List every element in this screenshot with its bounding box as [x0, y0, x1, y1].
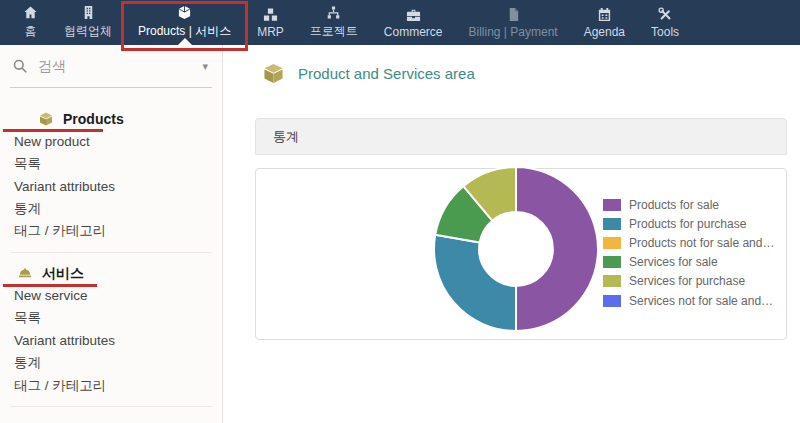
- stats-panel-title: 통계: [273, 128, 299, 146]
- donut-chart[interactable]: [431, 164, 601, 334]
- donut-slice[interactable]: [434, 235, 516, 331]
- sidebar-item-product-stats[interactable]: 통계: [0, 198, 222, 221]
- nav-item-thirdparties[interactable]: 협력업체: [51, 0, 125, 45]
- sidebar-section-title: 서비스: [42, 265, 84, 283]
- sidebar-section-services: 서비스: [0, 263, 222, 285]
- stats-chart-panel: Products for saleProducts for purchasePr…: [255, 168, 787, 340]
- legend-item[interactable]: Products for purchase: [603, 214, 774, 233]
- nav-item-label: Agenda: [584, 25, 625, 39]
- sitemap-icon: [326, 5, 341, 20]
- sidebar-item-new-product[interactable]: New product: [0, 130, 222, 153]
- sidebar-item-variant-attrs[interactable]: Variant attributes: [0, 175, 222, 198]
- nav-item-label: 프로젝트: [310, 23, 358, 40]
- products-cube-icon: [38, 111, 54, 127]
- top-navbar: 홈 협력업체 Products | 서비스 MRP 프로젝트 Commerce …: [0, 0, 800, 45]
- nav-item-label: Billing | Payment: [469, 25, 558, 39]
- home-icon: [23, 5, 38, 20]
- left-sidebar: ▾ Products New product 목록 Variant attrib…: [0, 45, 223, 423]
- nav-item-label: 협력업체: [64, 23, 112, 40]
- nav-item-label: Tools: [651, 25, 679, 39]
- nav-item-home[interactable]: 홈: [10, 0, 51, 45]
- sidebar-item-new-service[interactable]: New service: [0, 285, 222, 308]
- legend-swatch: [603, 275, 621, 287]
- main-content: Product and Services area 통계 Products fo…: [224, 45, 800, 423]
- chart-legend: Products for saleProducts for purchasePr…: [603, 195, 774, 310]
- building-icon: [81, 5, 96, 20]
- nav-item-label: 홈: [25, 23, 37, 40]
- legend-label: Services for purchase: [629, 274, 745, 288]
- stats-panel-header: 통계: [255, 118, 787, 155]
- nav-item-projects[interactable]: 프로젝트: [297, 0, 371, 45]
- search-icon: [12, 58, 28, 74]
- sidebar-divider: [10, 252, 212, 253]
- nav-item-label: MRP: [257, 25, 284, 39]
- nav-item-agenda[interactable]: Agenda: [571, 0, 638, 45]
- nav-item-billing-payment[interactable]: Billing | Payment: [456, 0, 571, 45]
- legend-label: Products for sale: [629, 198, 719, 212]
- sidebar-item-service-tags[interactable]: 태그 / 카테고리: [0, 375, 222, 398]
- chevron-down-icon[interactable]: ▾: [202, 60, 208, 73]
- legend-label: Products not for sale and…: [629, 236, 774, 250]
- nav-item-commerce[interactable]: Commerce: [371, 0, 456, 45]
- app-window: 홈 협력업체 Products | 서비스 MRP 프로젝트 Commerce …: [0, 0, 800, 423]
- legend-item[interactable]: Products not for sale and…: [603, 233, 774, 252]
- page-title-text: Product and Services area: [298, 65, 475, 82]
- legend-swatch: [603, 237, 621, 249]
- legend-swatch: [603, 218, 621, 230]
- nav-item-products-services[interactable]: Products | 서비스: [125, 0, 244, 45]
- nav-item-mrp[interactable]: MRP: [244, 0, 297, 45]
- sidebar-item-service-variant[interactable]: Variant attributes: [0, 330, 222, 353]
- sidebar-divider: [10, 406, 212, 407]
- service-bell-icon: [17, 266, 33, 282]
- legend-item[interactable]: Services for sale: [603, 253, 774, 272]
- active-tab-caret: [178, 38, 192, 45]
- legend-item[interactable]: Products for sale: [603, 195, 774, 214]
- page-title: Product and Services area: [262, 62, 475, 85]
- bill-icon: [506, 7, 521, 22]
- cube-icon: [262, 62, 285, 85]
- sidebar-item-service-list[interactable]: 목록: [0, 307, 222, 330]
- legend-item[interactable]: Services not for sale and…: [603, 291, 774, 310]
- cubes-icon: [263, 7, 278, 22]
- sidebar-section-title: Products: [63, 111, 124, 127]
- sidebar-section-products: Products: [0, 108, 222, 130]
- nav-item-label: Commerce: [384, 25, 443, 39]
- tools-icon: [658, 7, 673, 22]
- calendar-icon: [597, 7, 612, 22]
- legend-item[interactable]: Services for purchase: [603, 272, 774, 291]
- donut-slice[interactable]: [516, 167, 598, 331]
- legend-label: Products for purchase: [629, 217, 746, 231]
- search-row: ▾: [10, 45, 212, 88]
- search-input[interactable]: [36, 57, 202, 75]
- sidebar-item-product-list[interactable]: 목록: [0, 153, 222, 176]
- sidebar-item-service-stats[interactable]: 통계: [0, 352, 222, 375]
- legend-label: Services not for sale and…: [629, 294, 773, 308]
- legend-swatch: [603, 199, 621, 211]
- legend-swatch: [603, 295, 621, 307]
- nav-item-tools[interactable]: Tools: [638, 0, 692, 45]
- legend-label: Services for sale: [629, 255, 718, 269]
- cube-icon: [177, 5, 192, 20]
- sidebar-item-product-tags[interactable]: 태그 / 카테고리: [0, 220, 222, 243]
- legend-swatch: [603, 256, 621, 268]
- briefcase-icon: [406, 7, 421, 22]
